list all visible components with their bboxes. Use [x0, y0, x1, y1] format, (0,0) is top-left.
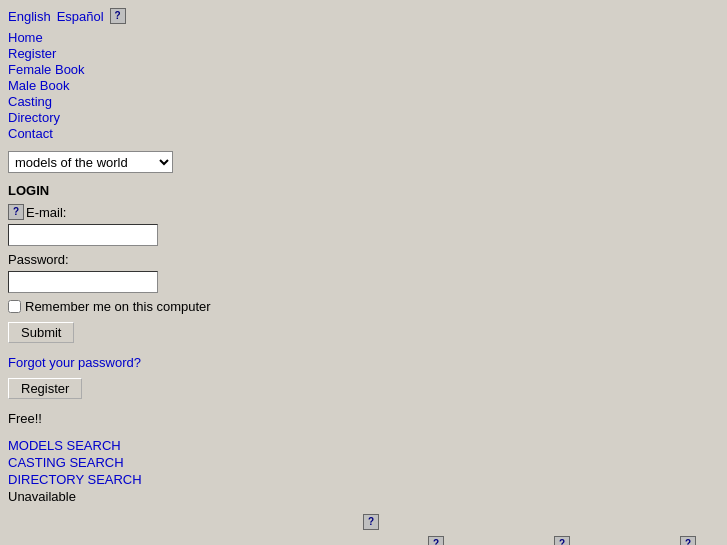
help-icon-3[interactable]: ? — [554, 536, 570, 545]
nav-home[interactable]: Home — [8, 30, 719, 45]
login-section: LOGIN ? E-mail: Password: Remember me on… — [8, 183, 719, 426]
nav-contact[interactable]: Contact — [8, 126, 719, 141]
help-icon-1[interactable]: ? — [363, 514, 379, 530]
help-icon-2[interactable]: ? — [428, 536, 444, 545]
remember-checkbox[interactable] — [8, 300, 21, 313]
search-section: MODELS SEARCH CASTING SEARCH DIRECTORY S… — [8, 438, 719, 504]
password-input[interactable] — [8, 271, 158, 293]
nav-male-book[interactable]: Male Book — [8, 78, 719, 93]
directory-search-link[interactable]: DIRECTORY SEARCH — [8, 472, 719, 487]
password-label: Password: — [8, 252, 719, 267]
spanish-link[interactable]: Español — [57, 9, 104, 24]
help-icon-4[interactable]: ? — [680, 536, 696, 545]
remember-label: Remember me on this computer — [25, 299, 211, 314]
email-row: ? E-mail: — [8, 204, 719, 220]
email-input[interactable] — [8, 224, 158, 246]
world-select[interactable]: models of the world — [8, 151, 173, 173]
submit-button[interactable]: Submit — [8, 322, 74, 343]
world-dropdown-row: models of the world — [8, 151, 719, 173]
language-bar: English Español ? — [8, 8, 719, 24]
english-link[interactable]: English — [8, 9, 51, 24]
email-help-icon[interactable]: ? — [8, 204, 24, 220]
nav-female-book[interactable]: Female Book — [8, 62, 719, 77]
nav-directory[interactable]: Directory — [8, 110, 719, 125]
nav-register[interactable]: Register — [8, 46, 719, 61]
help-icon-top[interactable]: ? — [110, 8, 126, 24]
nav-casting[interactable]: Casting — [8, 94, 719, 109]
help-icons-row2: ? ? ? — [8, 536, 719, 545]
help-icons-row1: ? — [8, 514, 719, 530]
navigation: Home Register Female Book Male Book Cast… — [8, 30, 719, 141]
email-label: E-mail: — [26, 205, 66, 220]
free-text: Free!! — [8, 411, 719, 426]
forgot-password-link[interactable]: Forgot your password? — [8, 355, 719, 370]
remember-row: Remember me on this computer — [8, 299, 719, 314]
login-title: LOGIN — [8, 183, 719, 198]
models-search-link[interactable]: MODELS SEARCH — [8, 438, 719, 453]
register-button[interactable]: Register — [8, 378, 82, 399]
casting-search-link[interactable]: CASTING SEARCH — [8, 455, 719, 470]
unavailable-text: Unavailable — [8, 489, 719, 504]
